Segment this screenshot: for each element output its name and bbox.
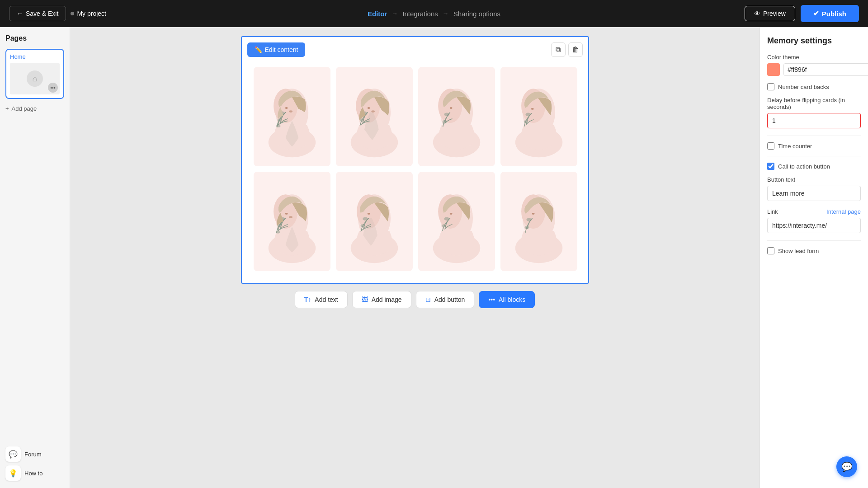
sidebar-item-forum[interactable]: 💬 Forum xyxy=(5,446,64,462)
step-editor[interactable]: Editor xyxy=(368,10,387,18)
memory-card-5 xyxy=(254,172,330,271)
forum-label: Forum xyxy=(24,451,42,458)
svg-point-14 xyxy=(371,110,375,113)
svg-point-52 xyxy=(532,213,534,215)
number-card-backs-row: Number card backs xyxy=(767,83,861,90)
svg-point-19 xyxy=(442,120,447,123)
project-name: My project xyxy=(71,10,106,17)
pencil-icon: ✏️ xyxy=(255,46,262,53)
canvas-bottom-toolbar: T↑ Add text 🖼 Add image ⊡ Add button •••… xyxy=(295,291,535,308)
svg-point-26 xyxy=(531,108,533,110)
link-row: Link Internal page xyxy=(767,208,861,215)
svg-point-32 xyxy=(275,231,280,234)
time-counter-label: Time counter xyxy=(778,143,812,150)
arrow-icon-1: → xyxy=(392,10,398,17)
svg-point-4 xyxy=(277,118,282,122)
publish-button[interactable]: ✔ Publish xyxy=(801,5,859,22)
canvas-actions: ⧉ 🗑 xyxy=(551,42,583,57)
preview-button[interactable]: 👁 Preview xyxy=(745,6,795,21)
memory-card-2 xyxy=(336,67,413,166)
color-hex-input[interactable] xyxy=(783,63,868,76)
memory-card-6 xyxy=(336,172,413,271)
all-blocks-button[interactable]: ••• All blocks xyxy=(479,291,535,308)
page-card-thumbnail: ⌂ ••• xyxy=(10,63,60,94)
color-theme-section: Color theme xyxy=(767,54,861,76)
page-card-home[interactable]: Home ⌂ ••• xyxy=(5,49,64,99)
sidebar-item-howto[interactable]: 💡 How to xyxy=(5,465,64,481)
save-exit-label: Save & Exit xyxy=(26,10,58,17)
edit-content-button[interactable]: ✏️ Edit content xyxy=(247,42,306,57)
divider-2 xyxy=(767,156,861,156)
memory-card-3 xyxy=(418,67,495,166)
card-illustration-3 xyxy=(427,74,486,160)
add-page-label: Add page xyxy=(12,105,37,112)
canvas-toolbar: ✏️ Edit content xyxy=(247,42,306,57)
add-text-button[interactable]: T↑ Add text xyxy=(295,291,348,308)
howto-label: How to xyxy=(24,470,42,477)
color-row xyxy=(767,63,861,76)
plus-icon: + xyxy=(5,105,9,112)
svg-point-7 xyxy=(289,110,292,113)
number-card-backs-checkbox[interactable] xyxy=(767,83,774,90)
card-illustration-7 xyxy=(427,178,486,264)
color-theme-label: Color theme xyxy=(767,54,861,61)
delay-input[interactable] xyxy=(767,113,861,128)
page-card-more-button[interactable]: ••• xyxy=(48,83,58,93)
arrow-icon-2: → xyxy=(443,10,449,17)
memory-card-7 xyxy=(418,172,495,271)
divider-1 xyxy=(767,136,861,136)
image-icon: 🖼 xyxy=(362,296,368,303)
save-exit-button[interactable]: ← Save & Exit xyxy=(9,6,66,21)
nav-left: ← Save & Exit My project xyxy=(9,6,106,21)
button-text-input[interactable] xyxy=(767,186,861,201)
svg-point-45 xyxy=(442,224,446,227)
card-illustration-2 xyxy=(345,74,404,160)
svg-point-33 xyxy=(285,213,288,215)
sidebar-bottom: 💬 Forum 💡 How to xyxy=(5,446,64,481)
number-card-backs-label: Number card backs xyxy=(778,84,829,90)
svg-point-5 xyxy=(276,125,280,127)
internal-page-link[interactable]: Internal page xyxy=(826,208,861,215)
howto-icon: 💡 xyxy=(5,465,21,481)
svg-point-44 xyxy=(444,217,449,221)
link-input[interactable] xyxy=(767,218,861,233)
card-illustration-6 xyxy=(345,178,404,264)
svg-point-24 xyxy=(525,113,530,116)
sidebar-title: Pages xyxy=(5,34,64,42)
add-image-label: Add image xyxy=(372,296,402,303)
color-swatch[interactable] xyxy=(767,63,780,76)
chat-button[interactable]: 💬 xyxy=(836,456,857,477)
show-lead-form-checkbox[interactable] xyxy=(767,247,774,254)
button-text-label: Button text xyxy=(767,176,861,183)
step-integrations[interactable]: Integrations xyxy=(402,10,438,18)
nav-steps: Editor → Integrations → Sharing options xyxy=(368,10,500,18)
top-navigation: ← Save & Exit My project Editor → Integr… xyxy=(0,0,868,27)
delay-label: Delay before flipping cards (in seconds) xyxy=(767,97,861,110)
call-to-action-checkbox[interactable] xyxy=(767,163,774,170)
button-icon: ⊡ xyxy=(425,296,431,303)
home-icon: ⌂ xyxy=(27,70,43,87)
add-page-button[interactable]: + Add page xyxy=(5,103,64,114)
card-illustration-8 xyxy=(509,178,568,264)
step-sharing[interactable]: Sharing options xyxy=(453,10,500,18)
copy-button[interactable]: ⧉ xyxy=(551,42,566,57)
svg-point-25 xyxy=(524,120,528,123)
delete-button[interactable]: 🗑 xyxy=(568,42,583,57)
time-counter-checkbox[interactable] xyxy=(767,142,774,150)
edit-content-label: Edit content xyxy=(265,46,298,53)
svg-point-51 xyxy=(524,226,529,229)
add-image-button[interactable]: 🖼 Add image xyxy=(352,291,411,308)
show-lead-form-row: Show lead form xyxy=(767,247,861,254)
delay-section: Delay before flipping cards (in seconds) xyxy=(767,97,861,128)
link-section: Link Internal page xyxy=(767,208,861,233)
svg-point-13 xyxy=(367,107,370,109)
all-blocks-label: All blocks xyxy=(499,296,525,303)
chat-icon: 💬 xyxy=(841,461,853,472)
add-button-button[interactable]: ⊡ Add button xyxy=(416,291,475,308)
project-name-label: My project xyxy=(77,10,106,17)
divider-3 xyxy=(767,240,861,241)
add-text-label: Add text xyxy=(315,296,338,303)
forum-icon: 💬 xyxy=(5,446,21,462)
page-card-label: Home xyxy=(10,53,60,60)
link-label: Link xyxy=(767,208,778,215)
